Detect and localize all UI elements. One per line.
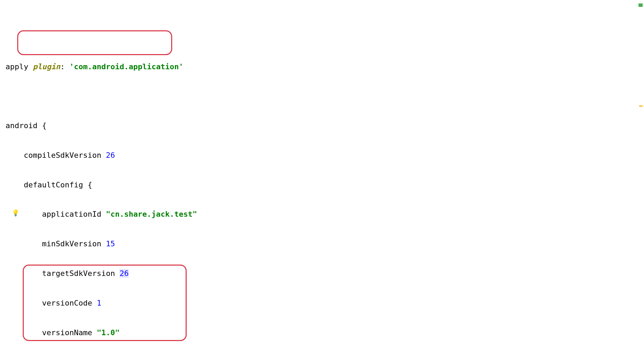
prop-defaultConfig: defaultConfig — [24, 181, 87, 189]
prop-applicationId: applicationId — [42, 210, 106, 218]
code-line: targetSdkVersion 26 — [6, 269, 644, 279]
code-line: defaultConfig { — [6, 180, 644, 190]
code-editor[interactable]: apply plugin: 'com.android.application' … — [0, 39, 644, 350]
prop-versionName: versionName — [42, 328, 97, 337]
code-line: versionCode 1 — [6, 298, 644, 308]
code-line-empty — [6, 91, 644, 101]
prop-targetSdkVersion: targetSdkVersion — [42, 269, 120, 278]
code-line: versionName "1.0" — [6, 328, 644, 338]
string-literal: "cn.share.jack.test" — [106, 210, 197, 218]
code-line: android { — [6, 121, 644, 131]
keyword-apply: apply — [6, 62, 28, 71]
lightbulb-icon[interactable]: 💡 — [12, 209, 19, 217]
status-indicator-warning[interactable] — [639, 105, 643, 107]
number-literal: 26 — [120, 269, 129, 278]
string-literal: "1.0" — [97, 328, 120, 337]
string-literal: 'com.android.application' — [69, 62, 183, 71]
code-line: minSdkVersion 15 — [6, 239, 644, 249]
error-stripe[interactable] — [636, 0, 644, 350]
keyword-android: android — [6, 121, 38, 130]
prop-versionCode: versionCode — [42, 299, 97, 307]
code-line: compileSdkVersion 26 — [6, 151, 644, 161]
number-literal: 1 — [97, 299, 101, 307]
prop-compileSdkVersion: compileSdkVersion — [24, 151, 106, 159]
number-literal: 15 — [106, 239, 115, 248]
code-line: applicationId "cn.share.jack.test" — [6, 209, 644, 219]
status-indicator-green — [638, 3, 643, 7]
prop-minSdkVersion: minSdkVersion — [42, 239, 106, 248]
keyword-plugin: plugin — [33, 62, 60, 71]
code-line: apply plugin: 'com.android.application' — [6, 62, 644, 72]
number-literal: 26 — [106, 151, 115, 159]
